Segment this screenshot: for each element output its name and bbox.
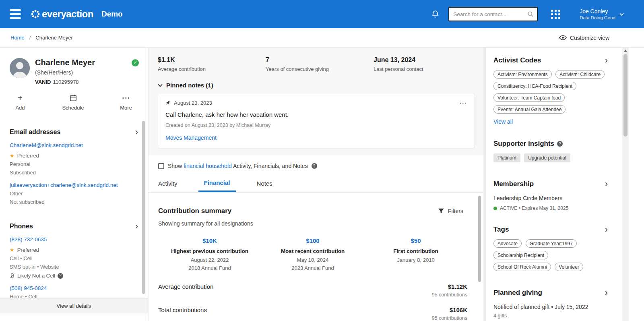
emails-section-header[interactable]: Email addresses ›: [0, 111, 148, 136]
pinned-notes-toggle[interactable]: Pinned notes (1): [158, 82, 483, 89]
highlight-amount-link[interactable]: $10K: [202, 237, 217, 244]
chevron-right-icon[interactable]: ›: [605, 57, 608, 64]
add-button[interactable]: + Add: [6, 94, 35, 111]
note-date: August 23, 2023: [174, 100, 212, 106]
contact-search-box[interactable]: [448, 7, 538, 21]
brand-name: everyaction: [42, 8, 93, 20]
insights-panel: Activist Codes › Activism: Environments …: [486, 48, 644, 321]
supporter-insight-pill: Upgrade potential: [524, 153, 570, 162]
emails-title: Email addresses: [10, 128, 60, 136]
household-prefix: Show: [168, 163, 182, 169]
highlight-highest-previous: $10K Highest previous contribution Augus…: [158, 237, 261, 271]
contact-summary-panel: Charlene Meyer ✓ (She/Her/Hers) VANID110…: [0, 48, 148, 321]
apps-grid-icon[interactable]: [551, 10, 560, 19]
user-menu[interactable]: Joe Conley Data Doing Good: [580, 8, 624, 20]
highlight-amount-link[interactable]: $50: [411, 237, 421, 244]
view-all-details-button[interactable]: View all details: [0, 298, 148, 313]
left-panel-scrollbar[interactable]: [142, 121, 145, 294]
avatar[interactable]: [10, 58, 30, 78]
supporter-insights-pills: Platinum Upgrade potential: [493, 153, 608, 166]
filters-button[interactable]: Filters: [438, 208, 463, 214]
chevron-down-icon: [619, 13, 624, 16]
chevron-right-icon[interactable]: ›: [605, 181, 608, 187]
vanid-label: VANID: [35, 79, 51, 85]
breadcrumb-home-link[interactable]: Home: [10, 35, 25, 41]
planned-giving-header[interactable]: Planned giving ›: [493, 289, 608, 297]
note-more-menu-icon[interactable]: ⋯: [459, 101, 467, 106]
more-label: More: [120, 105, 132, 111]
highlight-label: Most recent contribution: [261, 248, 364, 254]
stat-value: 7: [266, 56, 374, 64]
scrollbar-up-arrow-icon[interactable]: [624, 50, 627, 52]
tags-header[interactable]: Tags ›: [493, 226, 608, 234]
supporter-insights-title: Supporter insights: [493, 140, 554, 148]
activist-code-pill: Constituency: HCA-Food Recipient: [493, 82, 576, 90]
phone-number-link[interactable]: (828) 732-0635: [10, 236, 138, 242]
calendar-icon: [70, 94, 77, 102]
activist-codes-title: Activist Codes: [493, 56, 541, 64]
stat-average-contribution: $1.1K Average contribution: [158, 56, 266, 72]
tab-financial[interactable]: Financial: [198, 175, 236, 192]
summary-row-sub: 95 contributions: [432, 315, 467, 321]
moves-management-link[interactable]: Moves Management: [165, 135, 217, 141]
phones-section-header[interactable]: Phones ›: [0, 205, 148, 230]
highlight-label: Highest previous contribution: [158, 248, 261, 254]
notifications-bell-icon[interactable]: [431, 10, 440, 19]
activist-codes-header[interactable]: Activist Codes ›: [493, 56, 608, 64]
tab-notes[interactable]: Notes: [257, 176, 272, 192]
activist-code-pill: Activism: Environments: [493, 70, 552, 79]
highlight-first-contribution: $50 First contribution January 8, 2010: [364, 237, 467, 271]
chevron-right-icon[interactable]: ›: [135, 223, 138, 230]
help-icon[interactable]: ?: [58, 273, 63, 279]
highlight-amount-link[interactable]: $100: [306, 237, 319, 244]
scrollbar-thumb[interactable]: [623, 54, 627, 137]
tab-activity[interactable]: Activity: [158, 176, 178, 192]
profile-info: Charlene Meyer ✓ (She/Her/Hers) VANID110…: [35, 58, 139, 85]
financial-household-link[interactable]: financial household: [184, 163, 232, 169]
stat-label: Average contribution: [158, 66, 266, 72]
phone-number-link[interactable]: (508) 945-0824: [10, 285, 138, 291]
page-vertical-scrollbar[interactable]: [622, 48, 629, 321]
stat-label: Last personal contact: [374, 66, 481, 72]
summary-row-average: Average contribution $1.12K 95 contribut…: [158, 283, 467, 298]
planned-giving-line: Notified of planned gift • July 15, 2022: [493, 304, 608, 310]
phone-flag-label: Likely Not a Cell: [17, 273, 55, 279]
main-panel-scrollbar[interactable]: [478, 196, 481, 282]
customize-view-button[interactable]: Customize view: [559, 35, 609, 41]
planned-giving-title: Planned giving: [493, 289, 542, 297]
user-name: Joe Conley: [580, 8, 615, 14]
everyaction-logo[interactable]: everyaction: [31, 8, 93, 20]
help-icon[interactable]: ?: [557, 141, 563, 147]
customize-view-label: Customize view: [570, 35, 609, 41]
stat-value: June 13, 2024: [374, 56, 481, 64]
search-input[interactable]: [453, 11, 527, 17]
pinned-note-card: August 23, 2023 ⋯ Call Charlene, ask her…: [158, 94, 475, 148]
check-glyph: ✓: [133, 60, 137, 65]
verified-badge-icon: ✓: [132, 59, 139, 66]
chevron-down-icon: [158, 84, 163, 87]
summary-row-value: $106K: [432, 307, 467, 313]
phone-type: Cell • Cell: [10, 255, 138, 261]
more-button[interactable]: ⋯ More: [111, 94, 140, 111]
schedule-button[interactable]: Schedule: [59, 94, 88, 111]
summary-row-sub: 95 contributions: [432, 292, 467, 298]
hamburger-menu-icon[interactable]: [10, 9, 21, 19]
chevron-right-icon[interactable]: ›: [135, 129, 138, 135]
email-subscription: Subscribed: [10, 170, 138, 176]
activist-codes-view-all-link[interactable]: View all: [493, 118, 513, 125]
household-checkbox[interactable]: [158, 163, 164, 169]
active-status-dot-icon: [493, 207, 497, 210]
membership-header[interactable]: Membership ›: [493, 180, 608, 188]
email-address-link[interactable]: juliaeveryaction+charlene@sink.sendgrid.…: [10, 182, 138, 188]
email-type: Other: [10, 191, 138, 197]
tags-pills: Advocate Graduate Year:1997 Scholarship …: [493, 239, 608, 274]
email-address-link[interactable]: CharleneM@sink.sendgrid.net: [10, 142, 138, 148]
activist-codes-pills: Activism: Environments Activism: Childca…: [493, 70, 608, 117]
chevron-right-icon[interactable]: ›: [605, 226, 608, 233]
help-icon[interactable]: ?: [312, 163, 317, 169]
activist-code-pill: Activism: Childcare: [555, 70, 605, 79]
chevron-right-icon[interactable]: ›: [605, 290, 608, 296]
search-icon[interactable]: [527, 11, 534, 17]
eye-icon: [559, 35, 567, 40]
phones-title: Phones: [10, 223, 33, 230]
